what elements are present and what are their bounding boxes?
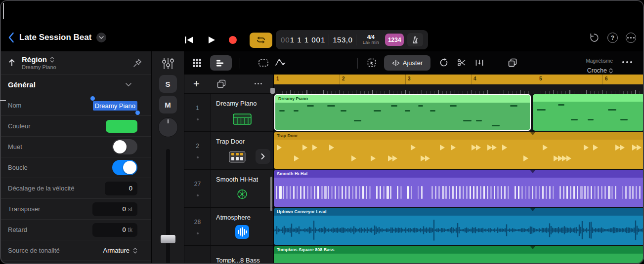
project-menu-chevron-icon[interactable] — [96, 33, 106, 42]
delay-field[interactable]: 0tk — [92, 223, 137, 237]
multiselect-icon[interactable] — [367, 58, 376, 67]
trim-button[interactable]: Ajuster — [384, 55, 430, 71]
region-uptown-conveyor-lead[interactable]: Uptown Conveyor Lead — [274, 208, 644, 245]
track-list-header: + — [184, 75, 273, 94]
track-name[interactable]: Dreamy Piano — [216, 100, 257, 107]
record-button[interactable] — [229, 36, 237, 44]
waveform-icon — [235, 225, 249, 241]
more-options-icon[interactable] — [626, 33, 636, 43]
track-row-smooth-hihat[interactable]: 27 Smooth Hi-Hat — [184, 170, 273, 208]
track-number — [184, 246, 211, 264]
track-name[interactable]: Tompk...8 Bass — [216, 257, 260, 264]
tempo-display[interactable]: 153,0 — [333, 36, 352, 44]
name-field[interactable]: Dreamy Piano — [93, 101, 137, 110]
section-general[interactable]: Général — [0, 75, 151, 95]
help-icon[interactable]: ? — [607, 33, 618, 43]
row-retard: Retard 0tk — [0, 220, 151, 240]
signature-key-display[interactable]: 4/4La♭ min — [360, 34, 382, 45]
inspector-subtitle: Dreamy Piano — [22, 64, 56, 70]
count-in-button[interactable]: 1234 — [385, 34, 404, 46]
bar-number: 2 — [342, 76, 345, 81]
top-right-controls: ? — [589, 33, 636, 43]
velocity-offset-field[interactable]: 0 — [105, 182, 137, 195]
vertical-scrollbar[interactable] — [270, 177, 272, 211]
magnetism-control[interactable]: Magnétisme Croche — [558, 55, 613, 75]
bar-number: 1 — [276, 76, 279, 81]
mixer-icon[interactable] — [161, 57, 175, 72]
lcd-divider — [329, 35, 329, 45]
metronome-button[interactable] — [407, 33, 423, 46]
bar-ruler[interactable]: 1 2 3 4 5 6 — [274, 75, 644, 94]
track-name[interactable]: Atmosphere — [216, 214, 251, 221]
region-dreamy-piano[interactable]: Dreamy Piano — [274, 94, 531, 131]
region-smooth-hihat[interactable]: Smooth Hi-Hat — [274, 170, 644, 207]
pin-icon[interactable] — [132, 58, 142, 70]
mute-toggle[interactable] — [112, 139, 137, 154]
volume-fader-track[interactable] — [166, 149, 170, 264]
row-transposer: Transposer 0st — [0, 199, 151, 220]
track-row-atmosphere[interactable]: 28 Atmosphere — [184, 208, 273, 246]
grid-view-icon[interactable] — [192, 58, 202, 68]
updown-chevron-icon — [50, 56, 54, 63]
transpose-field[interactable]: 0st — [92, 202, 137, 216]
track-disclosure-button[interactable] — [256, 149, 270, 164]
tracks-view-button[interactable] — [210, 55, 232, 71]
trim-icon — [392, 59, 400, 67]
track-number: 28 — [184, 208, 211, 245]
callout-line-top-left — [3, 3, 4, 19]
track-row-tompkins-bass[interactable]: Tompk...8 Bass — [184, 246, 273, 264]
inspector-up-icon[interactable] — [8, 58, 16, 69]
tracks-area: Dreamy Piano Trap Door Smooth Hi-Hat — [274, 94, 644, 264]
updown-chevron-icon — [609, 68, 613, 74]
add-track-button[interactable]: + — [193, 77, 200, 90]
region-dreamy-piano-2[interactable] — [533, 94, 644, 131]
undo-history-icon[interactable] — [589, 33, 600, 43]
toolbar-more-icon[interactable] — [622, 61, 632, 63]
inspector-title: Région — [22, 55, 47, 64]
track-list-more-icon[interactable] — [255, 83, 262, 84]
channel-strip: S M — [152, 51, 184, 264]
track-name[interactable]: Smooth Hi-Hat — [216, 176, 258, 183]
color-swatch[interactable] — [106, 120, 137, 133]
copy-icon[interactable] — [508, 58, 517, 67]
track-row-trap-door[interactable]: 2 Trap Door — [184, 132, 273, 170]
name-value-selected[interactable]: Dreamy Piano — [93, 101, 137, 111]
back-icon[interactable] — [8, 32, 14, 43]
track-number: 1 — [184, 94, 211, 131]
solo-button[interactable]: S — [159, 75, 177, 93]
pan-knob[interactable] — [158, 117, 178, 137]
key-source-select[interactable]: Armature — [103, 247, 137, 254]
loop-marker-icon — [530, 132, 535, 135]
go-to-beginning-button[interactable] — [184, 36, 195, 44]
loop-region-icon[interactable] — [439, 58, 448, 67]
selection-handle-start[interactable] — [90, 96, 95, 101]
track-row-dreamy-piano[interactable]: 1 Dreamy Piano — [184, 94, 273, 132]
mute-button[interactable]: M — [159, 96, 177, 113]
duplicate-track-icon[interactable] — [217, 79, 226, 90]
automation-tool-icon[interactable] — [275, 59, 286, 67]
cycle-range-bar[interactable]: 1 2 3 4 5 6 — [274, 75, 644, 84]
selection-handle-end[interactable] — [135, 111, 140, 115]
marquee-tool-icon[interactable] — [258, 59, 268, 67]
lcd-display[interactable]: 001 1 1 001 153,0 4/4La♭ min 1234 — [276, 30, 428, 49]
region-trap-door[interactable]: Trap Door — [274, 132, 644, 169]
drum-machine-icon — [229, 151, 246, 165]
midi-notes — [274, 140, 644, 169]
transport-controls — [184, 31, 272, 49]
cycle-button[interactable] — [250, 33, 272, 48]
region-tompkins-square-808-bass[interactable]: Tompkins Square 808 Bass — [274, 246, 644, 264]
loop-marker-icon — [530, 170, 535, 173]
play-button[interactable] — [208, 36, 216, 44]
volume-fader-handle[interactable] — [161, 235, 175, 243]
join-icon[interactable] — [475, 59, 484, 67]
project-title[interactable]: Late Session Beat — [19, 33, 91, 42]
chevron-down-icon — [126, 83, 131, 86]
split-scissors-icon[interactable] — [457, 59, 466, 67]
track-name[interactable]: Trap Door — [216, 138, 245, 145]
playhead-handle[interactable] — [270, 88, 275, 94]
loop-toggle[interactable] — [112, 160, 137, 175]
inspector-title-block[interactable]: Région Dreamy Piano — [22, 55, 56, 70]
toolbar-divider — [240, 58, 240, 69]
region-row-2: Trap Door — [274, 132, 644, 170]
row-couleur: Couleur — [0, 116, 151, 137]
